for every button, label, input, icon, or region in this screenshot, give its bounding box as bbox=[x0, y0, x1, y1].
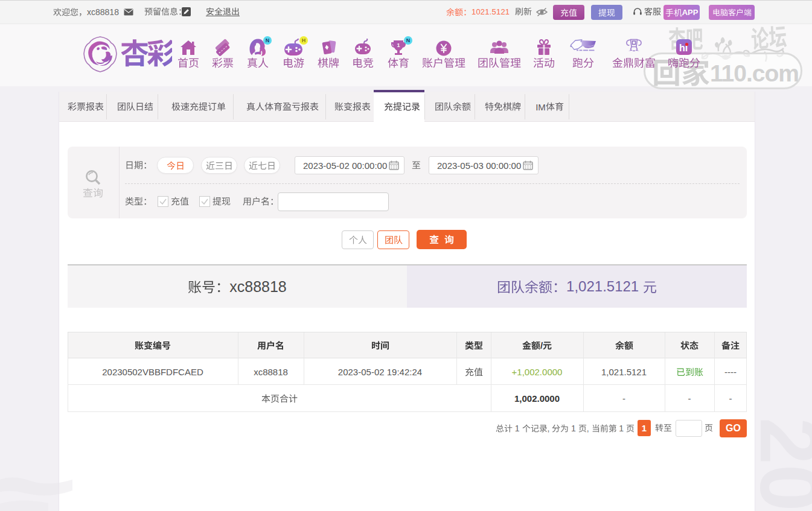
svg-text:1: 1 bbox=[397, 42, 400, 48]
svg-text:20: 20 bbox=[756, 417, 812, 511]
